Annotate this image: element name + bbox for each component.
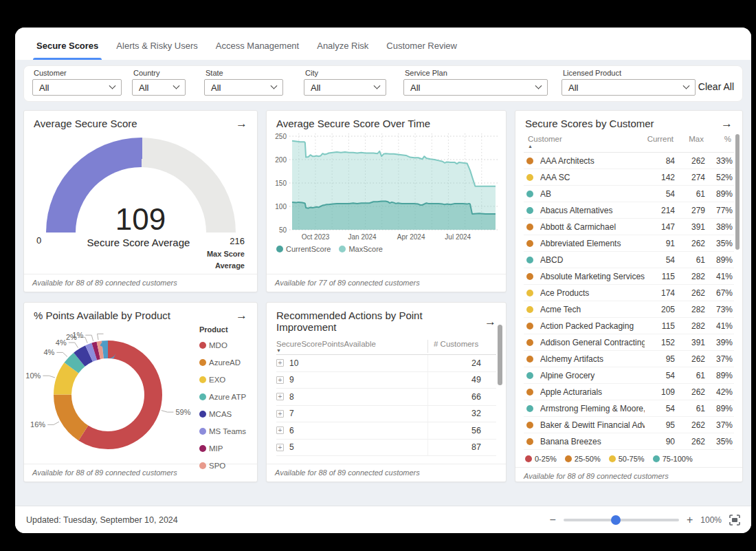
fit-to-screen-icon[interactable] [729, 515, 740, 526]
legend-item-azure-atp[interactable]: Azure ATP [199, 388, 247, 405]
expand-icon[interactable] [276, 376, 284, 384]
filter-licensed-product: Licensed Product All [562, 69, 696, 96]
legend-dot [276, 246, 283, 252]
customer-score-pct: 73% [705, 305, 734, 314]
tab-customer-review[interactable]: Customer Review [377, 41, 466, 60]
expand-icon[interactable] [276, 393, 284, 400]
customer-current-score: 84 [645, 156, 675, 166]
zoom-slider-thumb[interactable] [611, 515, 621, 525]
gauge-max-sub2: Average [215, 261, 245, 270]
filter-label: Country [133, 69, 186, 77]
legend-dot [199, 342, 206, 349]
legend-dot [199, 359, 206, 366]
card-title: Average Secure Score [34, 118, 137, 129]
svg-text:Apr 2024: Apr 2024 [397, 233, 425, 241]
tab-access-management[interactable]: Access Management [207, 41, 308, 60]
legend-item-ms-teams[interactable]: MS Teams [199, 422, 247, 440]
score-tier-dot [526, 158, 533, 164]
legend-item-currentscore[interactable]: CurrentScore [276, 245, 331, 253]
column-header-customer[interactable]: Customer▲ [525, 135, 643, 149]
customer-name: AAA Architects [540, 156, 645, 166]
dropdown-value: All [139, 83, 148, 93]
vertical-scrollbar[interactable] [735, 134, 740, 250]
expand-icon[interactable] [276, 426, 284, 434]
zoom-out-button[interactable]: − [550, 515, 556, 526]
legend-label: MaxScore [348, 245, 383, 253]
expand-icon[interactable] [276, 359, 284, 367]
legend-item-spo[interactable]: SPO [199, 457, 247, 474]
clear-all-button[interactable]: Clear All [698, 81, 734, 96]
customer-row: ABCD546189% [524, 252, 734, 268]
sort-asc-icon: ▲ [528, 144, 643, 149]
svg-text:Jul 2024: Jul 2024 [445, 233, 471, 241]
customer-current-score: 95 [645, 354, 675, 364]
legend-item-maxscore[interactable]: MaxScore [339, 245, 383, 253]
customer-name: Armstrong Fleming & Moore, Inc. [540, 404, 645, 413]
donut-chart-area: 59%16%10%4%4%2%1% ProductMDOAzureADEXOAz… [24, 324, 257, 464]
column-header-max[interactable]: Max [674, 135, 704, 143]
licensed-product-dropdown[interactable]: All [562, 79, 696, 96]
score-tier-dot [526, 306, 533, 313]
customer-score-pct: 41% [705, 272, 734, 281]
legend-item-mip[interactable]: MIP [199, 440, 247, 457]
card-grid: Average Secure Score → 109 0 Secure Scor… [19, 110, 747, 482]
drill-through-arrow-icon[interactable]: → [236, 310, 247, 321]
gauge-chart: 109 0 Secure Score Average 216 Max Score… [24, 132, 257, 272]
dropdown-value: All [211, 83, 221, 93]
customer-score-pct: 52% [705, 173, 734, 182]
tab-analyze-risk[interactable]: Analyze Risk [308, 41, 377, 60]
score-tier-legend: 0-25%25-50%50-75%75-100% [524, 450, 734, 467]
legend-label: MDO [209, 341, 227, 349]
score-tier-dot [526, 207, 533, 214]
customers-count: 56 [427, 422, 496, 439]
legend-item-exo[interactable]: EXO [199, 371, 247, 388]
score-tier-dot [526, 224, 533, 230]
column-header-current[interactable]: Current [643, 135, 674, 143]
drill-through-arrow-icon[interactable]: → [721, 118, 733, 129]
legend-dot [653, 455, 660, 462]
gauge-max-label: 216 Max Score Average [199, 235, 245, 272]
customer-current-score: 152 [645, 338, 675, 347]
customer-row: Acme Tech20528273% [524, 301, 734, 318]
points-by-product-card: % Points Available by Product → 59%16%10… [23, 302, 258, 482]
expand-icon[interactable] [276, 444, 284, 451]
customer-name: Action Packed Packaging [540, 321, 645, 331]
zoom-slider[interactable] [564, 519, 679, 521]
state-dropdown[interactable]: All [204, 79, 283, 96]
score-tier-dot [526, 356, 533, 363]
legend-item-mdo[interactable]: MDO [199, 336, 247, 354]
vertical-scrollbar[interactable] [498, 325, 502, 385]
legend-item-azuread[interactable]: AzureAD [199, 354, 247, 371]
customer-name: Acme Tech [540, 305, 645, 314]
customer-row: Abbreviated Elements9126235% [524, 235, 734, 252]
city-dropdown[interactable]: All [304, 79, 386, 96]
legend-dot [339, 246, 346, 252]
average-secure-score-card: Average Secure Score → 109 0 Secure Scor… [23, 110, 258, 292]
customer-row: Absolute Marketing Services11528241% [524, 268, 734, 285]
tab-secure-scores[interactable]: Secure Scores [27, 41, 107, 60]
customer-max-score: 61 [675, 255, 705, 265]
column-header-customers[interactable]: # Customers [427, 340, 496, 353]
column-header-pct[interactable]: % [704, 135, 733, 143]
legend-item-mcas[interactable]: MCAS [199, 405, 247, 422]
customer-dropdown[interactable]: All [32, 79, 122, 96]
drill-through-arrow-icon[interactable]: → [236, 118, 247, 129]
customer-current-score: 205 [645, 305, 675, 314]
legend-scroll-down-icon[interactable]: ▼ [199, 481, 247, 482]
legend-label: AzureAD [209, 358, 241, 367]
customer-name: AAA SC [540, 173, 645, 182]
drill-through-arrow-icon[interactable]: → [485, 316, 496, 327]
gauge-min-label: 0 [36, 235, 78, 272]
column-header-points[interactable]: SecureScorePointsAvailable▼ [276, 340, 427, 353]
customer-current-score: 142 [645, 173, 675, 182]
action-row: 732 [276, 406, 496, 423]
card-title: Recommended Actions by Point Improvement [276, 310, 485, 333]
legend-label: 75-100% [663, 455, 693, 463]
legend-dot [199, 445, 206, 452]
tab-alerts-risky-users[interactable]: Alerts & Risky Users [107, 41, 206, 60]
expand-icon[interactable] [276, 410, 284, 418]
zoom-in-button[interactable]: + [687, 515, 693, 526]
country-dropdown[interactable]: All [132, 79, 186, 96]
customer-max-score: 282 [675, 305, 705, 314]
service-plan-dropdown[interactable]: All [403, 79, 548, 96]
